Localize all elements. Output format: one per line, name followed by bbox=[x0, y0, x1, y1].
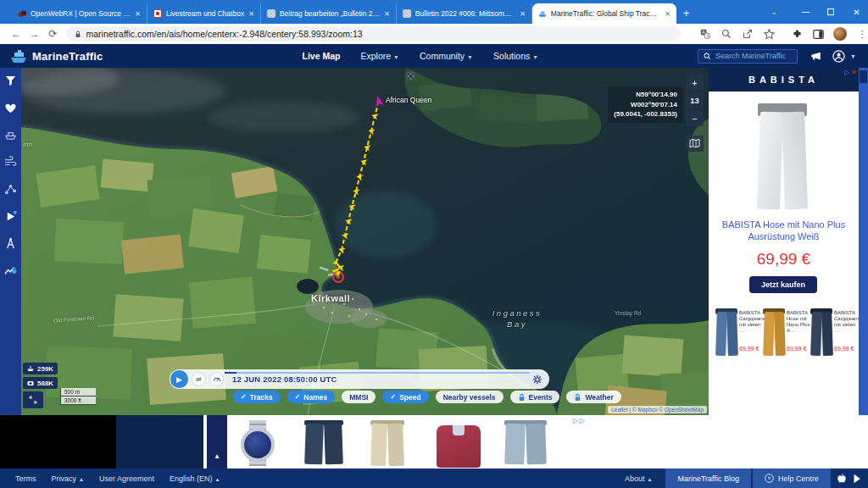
ad-product-image-white-trousers[interactable] bbox=[758, 103, 807, 209]
apple-app-icon[interactable] bbox=[837, 473, 847, 484]
window-close-button[interactable]: ✕ bbox=[845, 0, 868, 24]
footer-help-button[interactable]: ? Help Centre bbox=[753, 469, 831, 488]
ad-mini-product-2[interactable]: BABISTA Hose mit Nano Plus A… 69,99 € bbox=[763, 308, 810, 356]
timeline-settings-gear-icon[interactable] bbox=[532, 374, 542, 385]
extensions-puzzle-icon[interactable] bbox=[791, 28, 803, 40]
weather-wind-icon[interactable] bbox=[4, 156, 17, 169]
filters-funnel-icon[interactable] bbox=[4, 75, 17, 87]
nav-solutions[interactable]: Solutions▼ bbox=[493, 51, 538, 61]
footer-user-agreement[interactable]: User Agreement bbox=[99, 474, 154, 483]
vessel-counter[interactable]: 259K bbox=[23, 363, 58, 374]
profile-avatar[interactable] bbox=[833, 27, 847, 41]
measure-divider-icon[interactable] bbox=[4, 237, 17, 250]
tab-close-icon[interactable]: ✕ bbox=[384, 10, 390, 18]
playback-speed-gauge-button[interactable] bbox=[209, 372, 224, 386]
zoom-search-icon[interactable] bbox=[721, 28, 732, 40]
tab-close-icon[interactable]: ✕ bbox=[135, 10, 141, 18]
toggle-mmsi[interactable]: MMSI bbox=[342, 391, 376, 403]
tab-bulletin[interactable]: Bulletin 2022 #006: Mittsommern ✕ bbox=[397, 3, 532, 24]
ad-mini-product-1[interactable]: BABISTA Cargojeans mit vielen … 69,99 € bbox=[715, 308, 763, 356]
ad-mini-product-3[interactable]: BABISTA Cargojeans mit vielen … 69,99 € bbox=[810, 308, 858, 356]
nav-explore[interactable]: Explore▼ bbox=[360, 51, 399, 61]
tab-livestream[interactable]: Livestream und Chatbox ✕ bbox=[147, 3, 261, 24]
expand-arrows-icon bbox=[29, 396, 37, 404]
tab-marinetraffic-active[interactable]: MarineTraffic: Global Ship Tracking ✕ bbox=[532, 3, 676, 24]
banner-ad[interactable]: ▲ ▷ ▷ bbox=[116, 415, 587, 469]
address-bar[interactable]: marinetraffic.com/en/ais/home/centerx:-2… bbox=[66, 26, 681, 42]
browser-menu-icon[interactable]: ⋮ bbox=[856, 28, 868, 40]
adchoices-icon[interactable]: ▷ bbox=[580, 417, 585, 424]
photo-counter[interactable]: 588K bbox=[23, 377, 58, 389]
reload-icon[interactable]: ⟳ bbox=[44, 28, 63, 40]
map-attribution[interactable]: Leaflet | © Mapbox © OpenStreetMap bbox=[608, 406, 707, 413]
banner-product-khaki-pants[interactable] bbox=[370, 420, 404, 466]
adchoices-icon[interactable]: ▷ bbox=[844, 69, 849, 76]
routes-network-icon[interactable] bbox=[4, 183, 17, 196]
ad-close-icon[interactable]: ✕ bbox=[851, 69, 857, 76]
banner-product-watch[interactable] bbox=[239, 420, 276, 466]
window-maximize-button[interactable] bbox=[818, 0, 843, 24]
sidebar-ad[interactable]: ▷ ✕ BABISTA BABISTA Hose mit Nano Plus A… bbox=[709, 68, 859, 415]
ad-product-title[interactable]: BABISTA Hose mit Nano Plus Ausrüstung We… bbox=[715, 219, 852, 242]
analytics-locked-icon[interactable] bbox=[4, 264, 17, 277]
tab-search-chevron-icon[interactable]: ⌄ bbox=[761, 0, 787, 24]
tab-openwebrx[interactable]: OpenWebRX | Open Source SDR W ✕ bbox=[12, 3, 147, 24]
cursor-coordinates: N59°00'14.90 W002°50'07.14 (59.0041, -00… bbox=[608, 86, 683, 123]
banner-product-jeans-shorts[interactable] bbox=[304, 420, 343, 464]
playback-icon[interactable] bbox=[4, 210, 17, 223]
timeline-slider[interactable] bbox=[225, 372, 530, 374]
site-search[interactable] bbox=[698, 49, 798, 64]
adchoices-icon[interactable]: ▷ bbox=[573, 417, 578, 424]
live-map[interactable]: African Queen Kirkwall InganessBay Old F… bbox=[21, 68, 709, 415]
account-menu[interactable]: ▼ bbox=[832, 50, 856, 63]
banner-product-red-sweater[interactable] bbox=[437, 425, 481, 468]
livestream-favicon bbox=[153, 9, 162, 18]
toggle-speed[interactable]: ✓Speed bbox=[382, 391, 428, 403]
nav-community[interactable]: Community▼ bbox=[420, 51, 473, 61]
toggle-names[interactable]: ✓Names bbox=[287, 391, 336, 403]
toggle-nearby-vessels[interactable]: Nearby vessels bbox=[436, 391, 504, 403]
back-icon[interactable]: ← bbox=[7, 28, 25, 40]
side-panel-icon[interactable] bbox=[812, 28, 824, 40]
window-minimize-button[interactable] bbox=[793, 0, 818, 24]
scrollbar-thumb[interactable] bbox=[860, 70, 867, 83]
banner-collapse-strip[interactable]: ▲ bbox=[207, 415, 227, 469]
tab-beitrag[interactable]: Beitrag bearbeiten „Bulletin 2022 ✕ bbox=[261, 3, 397, 24]
translate-icon[interactable]: A文 bbox=[699, 28, 711, 40]
share-icon[interactable] bbox=[742, 28, 754, 40]
footer-privacy[interactable]: Privacy▲ bbox=[52, 474, 84, 483]
marinetraffic-logo[interactable]: MarineTraffic bbox=[10, 48, 103, 64]
expand-map-button[interactable] bbox=[23, 391, 43, 408]
announcements-megaphone-icon[interactable] bbox=[810, 50, 822, 62]
event-marker bbox=[333, 271, 343, 282]
play-button[interactable]: ▶ bbox=[170, 370, 188, 388]
ad-brand-banner[interactable]: BABISTA bbox=[709, 68, 859, 92]
speed-toggle-button[interactable]: ⇌ bbox=[192, 372, 206, 386]
toggle-events-locked[interactable]: Events bbox=[510, 391, 560, 403]
toggle-weather-locked[interactable]: Weather bbox=[566, 391, 620, 403]
page-scrollbar[interactable] bbox=[859, 68, 868, 415]
new-tab-button[interactable]: + bbox=[683, 7, 690, 19]
forward-icon[interactable]: → bbox=[25, 28, 44, 40]
timeline-slider-handle[interactable] bbox=[225, 372, 236, 374]
layers-map-icon[interactable] bbox=[686, 136, 704, 152]
tab-close-icon[interactable]: ✕ bbox=[665, 10, 670, 18]
nav-live-map[interactable]: Live Map bbox=[303, 51, 341, 61]
tab-close-icon[interactable]: ✕ bbox=[248, 10, 254, 18]
ad-buy-button[interactable]: Jetzt kaufen bbox=[749, 276, 817, 293]
toggle-tracks[interactable]: ✓Tracks bbox=[233, 391, 281, 403]
google-play-icon[interactable] bbox=[853, 474, 862, 484]
vessels-ship-icon[interactable] bbox=[4, 129, 17, 141]
search-input[interactable] bbox=[715, 52, 792, 60]
zoom-in-button[interactable]: + bbox=[686, 75, 704, 91]
footer-blog-button[interactable]: MarineTraffic Blog bbox=[665, 469, 751, 488]
tab-close-icon[interactable]: ✕ bbox=[520, 10, 526, 18]
zoom-out-button[interactable]: − bbox=[686, 110, 704, 126]
banner-product-denim-shorts[interactable] bbox=[504, 420, 547, 464]
bookmark-star-icon[interactable] bbox=[763, 28, 775, 40]
footer-terms[interactable]: Terms bbox=[15, 474, 36, 483]
timeline-close-icon[interactable]: ✕ bbox=[407, 71, 415, 82]
favorites-heart-icon[interactable] bbox=[4, 102, 17, 114]
footer-language[interactable]: English (EN)▲ bbox=[170, 474, 220, 483]
footer-about[interactable]: About▲ bbox=[625, 474, 652, 483]
